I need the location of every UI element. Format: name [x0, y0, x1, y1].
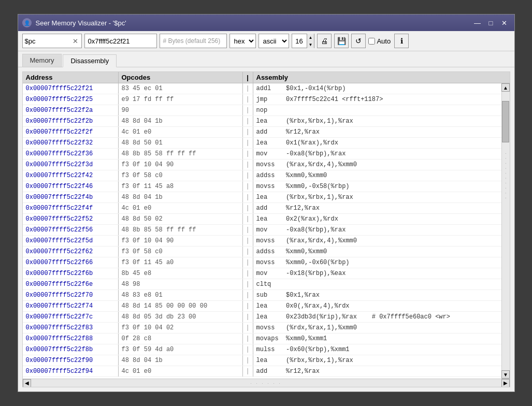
cell-assembly: mov -0xa8(%rbp),%rax — [253, 149, 501, 159]
cell-assembly: mov -0x18(%rbp),%eax — [253, 268, 501, 279]
table-row[interactable]: 0x00007ffff5c22f3648 8b 85 58 ff ff ff|m… — [23, 149, 501, 160]
address-input-wrapper: ✕ — [22, 34, 82, 48]
table-row[interactable]: 0x00007ffff5c22f46f3 0f 11 45 a8|movss %… — [23, 181, 501, 192]
scroll-thumb[interactable] — [502, 101, 509, 142]
table-row[interactable]: 0x00007ffff5c22f5248 8d 50 02|lea 0x2(%r… — [23, 214, 501, 225]
cell-address: 0x00007ffff5c22f52 — [23, 214, 119, 224]
table-row[interactable]: 0x00007ffff5c22f62f3 0f 58 c0|addss %xmm… — [23, 247, 501, 257]
columns-spinner: ▲ ▼ — [292, 34, 315, 48]
table-body: 0x00007ffff5c22f2183 45 ec 01|addl $0x1,… — [23, 83, 510, 379]
scroll-track: · · · · · · · · · · — [501, 92, 510, 370]
table-row[interactable]: 0x00007ffff5c22f880f 28 c8|movaps %xmm0,… — [23, 334, 501, 344]
cell-assembly: lea (%rbx,%rbx,1),%rax — [253, 355, 501, 366]
cell-assembly: movss (%rdx,%rax,1),%xmm0 — [253, 323, 501, 333]
table-row[interactable]: 0x00007ffff5c22f4b48 8d 04 1b|lea (%rbx,… — [23, 192, 501, 203]
cell-opcodes: 4c 01 e0 — [119, 127, 243, 137]
cell-opcodes: 8b 45 e8 — [119, 268, 243, 279]
maximize-button[interactable]: □ — [485, 17, 497, 28]
table-row[interactable]: 0x00007ffff5c22f2f4c 01 e0|add %r12,%rax — [23, 127, 501, 138]
cell-pipe: | — [243, 160, 253, 170]
auto-checkbox[interactable] — [368, 38, 375, 45]
cell-opcodes: 48 8d 04 1b — [119, 116, 243, 126]
cell-opcodes: e9 17 fd ff ff — [119, 94, 243, 105]
titlebar-buttons: — □ ✕ — [472, 17, 510, 28]
scroll-right-button[interactable]: ▶ — [501, 379, 510, 387]
print-button[interactable]: 🖨 — [317, 34, 332, 48]
scroll-down-button[interactable]: ▼ — [501, 370, 510, 379]
auto-checkbox-label[interactable]: Auto — [368, 37, 391, 45]
cell-opcodes: 48 8b 85 58 ff ff ff — [119, 149, 243, 159]
cell-pipe: | — [243, 366, 253, 376]
cell-pipe: | — [243, 257, 253, 268]
header-address: Address — [23, 72, 119, 83]
cell-pipe: | — [243, 323, 253, 333]
cell-address: 0x00007ffff5c22f8b — [23, 344, 119, 355]
cell-address: 0x00007ffff5c22f4b — [23, 192, 119, 202]
columns-input[interactable] — [292, 37, 307, 45]
scroll-left-button[interactable]: ◀ — [23, 379, 31, 387]
cell-assembly: movss (%rax,%rdx,4),%xmm0 — [253, 236, 501, 246]
info-button[interactable]: ℹ — [394, 34, 409, 48]
cell-assembly: add %r12,%rax — [253, 203, 501, 213]
table-row[interactable]: 0x00007ffff5c22f3df3 0f 10 04 90|movss (… — [23, 160, 501, 170]
cell-opcodes: 48 8d 50 01 — [119, 138, 243, 148]
save-button[interactable]: 💾 — [334, 34, 349, 48]
cell-opcodes: 48 8d 04 1b — [119, 192, 243, 202]
header-pipe: | — [243, 72, 253, 83]
table-row[interactable]: 0x00007ffff5c22f6b8b 45 e8|mov -0x18(%rb… — [23, 268, 501, 279]
table-row[interactable]: 0x00007ffff5c22f3248 8d 50 01|lea 0x1(%r… — [23, 138, 501, 149]
table-row[interactable]: 0x00007ffff5c22f83f3 0f 10 04 02|movss (… — [23, 323, 501, 334]
encoding-select[interactable]: ascii utf8 utf16 — [258, 34, 289, 48]
cell-pipe: | — [243, 268, 253, 279]
spin-down[interactable]: ▼ — [307, 41, 314, 48]
cell-assembly: lea 0x0(,%rax,4),%rdx — [253, 301, 501, 311]
cell-address: 0x00007ffff5c22f6b — [23, 268, 119, 279]
clear-input-button[interactable]: ✕ — [71, 37, 79, 45]
cell-opcodes: f3 0f 11 45 a0 — [119, 257, 243, 268]
table-row[interactable]: 0x00007ffff5c22f25e9 17 fd ff ff|jmp 0x7… — [23, 94, 501, 105]
content-area: Address Opcodes | Assembly 0x00007ffff5c… — [18, 67, 514, 392]
table-row[interactable]: 0x00007ffff5c22f7c48 8d 05 3d db 23 00|l… — [23, 312, 501, 323]
cell-address: 0x00007ffff5c22f62 — [23, 247, 119, 257]
table-row[interactable]: 0x00007ffff5c22f2b48 8d 04 1b|lea (%rbx,… — [23, 116, 501, 127]
spin-up[interactable]: ▲ — [307, 34, 314, 41]
table-row[interactable]: 0x00007ffff5c22f5648 8b 85 58 ff ff ff|m… — [23, 225, 501, 236]
disassembly-table: Address Opcodes | Assembly 0x00007ffff5c… — [22, 71, 510, 387]
close-button[interactable]: ✕ — [499, 17, 510, 28]
cell-assembly: addl $0x1,-0x14(%rbp) — [253, 83, 501, 94]
cell-opcodes: f3 0f 10 04 02 — [119, 323, 243, 333]
table-row[interactable]: 0x00007ffff5c22f7448 8d 14 85 00 00 00 0… — [23, 301, 501, 312]
scroll-up-button[interactable]: ▲ — [501, 83, 510, 92]
table-row[interactable]: 0x00007ffff5c22f5df3 0f 10 04 90|movss (… — [23, 236, 501, 247]
tab-memory[interactable]: Memory — [22, 54, 62, 67]
table-row[interactable]: 0x00007ffff5c22f9048 8d 04 1b|lea (%rbx,… — [23, 355, 501, 366]
cell-opcodes: 48 98 — [119, 279, 243, 289]
table-row[interactable]: 0x00007ffff5c22f8bf3 0f 59 4d a0|mulss -… — [23, 344, 501, 355]
table-row[interactable]: 0x00007ffff5c22f42f3 0f 58 c0|addss %xmm… — [23, 170, 501, 181]
tab-disassembly[interactable]: Disassembly — [63, 54, 117, 67]
cell-assembly: sub $0x1,%rax — [253, 290, 501, 300]
table-row[interactable]: 0x00007ffff5c22f6e48 98|cltq — [23, 279, 501, 290]
cell-assembly: movss %xmm0,-0x60(%rbp) — [253, 257, 501, 268]
cell-opcodes: 48 8b 85 58 ff ff ff — [119, 225, 243, 235]
refresh-button[interactable]: ↺ — [351, 34, 366, 48]
table-row[interactable]: 0x00007ffff5c22f7048 83 e8 01|sub $0x1,%… — [23, 290, 501, 301]
rows-scroll[interactable]: 0x00007ffff5c22f2183 45 ec 01|addl $0x1,… — [23, 83, 501, 379]
cell-assembly: cltq — [253, 279, 501, 289]
address-input[interactable] — [25, 37, 71, 45]
table-row[interactable]: 0x00007ffff5c22f2183 45 ec 01|addl $0x1,… — [23, 83, 501, 94]
minimize-button[interactable]: — — [472, 17, 483, 28]
table-row[interactable]: 0x00007ffff5c22f944c 01 e0|add %r12,%rax — [23, 366, 501, 377]
cell-address: 0x00007ffff5c22f2f — [23, 127, 119, 137]
table-row[interactable]: 0x00007ffff5c22f66f3 0f 11 45 a0|movss %… — [23, 257, 501, 268]
cell-assembly: lea (%rbx,%rbx,1),%rax — [253, 192, 501, 202]
main-window: 👤 Seer Memory Visualizer - '$pc' — □ ✕ ✕… — [18, 14, 515, 392]
cell-address: 0x00007ffff5c22f21 — [23, 83, 119, 94]
table-row[interactable]: 0x00007ffff5c22f2a90|nop — [23, 105, 501, 116]
format-select[interactable]: hex dec oct bin — [229, 34, 256, 48]
cell-pipe: | — [243, 116, 253, 126]
cell-assembly: mulss -0x60(%rbp),%xmm1 — [253, 344, 501, 355]
cell-assembly: addss %xmm0,%xmm0 — [253, 247, 501, 257]
table-row[interactable]: 0x00007ffff5c22f4f4c 01 e0|add %r12,%rax — [23, 203, 501, 214]
h-scroll-dots: · · · · · · — [250, 381, 282, 386]
